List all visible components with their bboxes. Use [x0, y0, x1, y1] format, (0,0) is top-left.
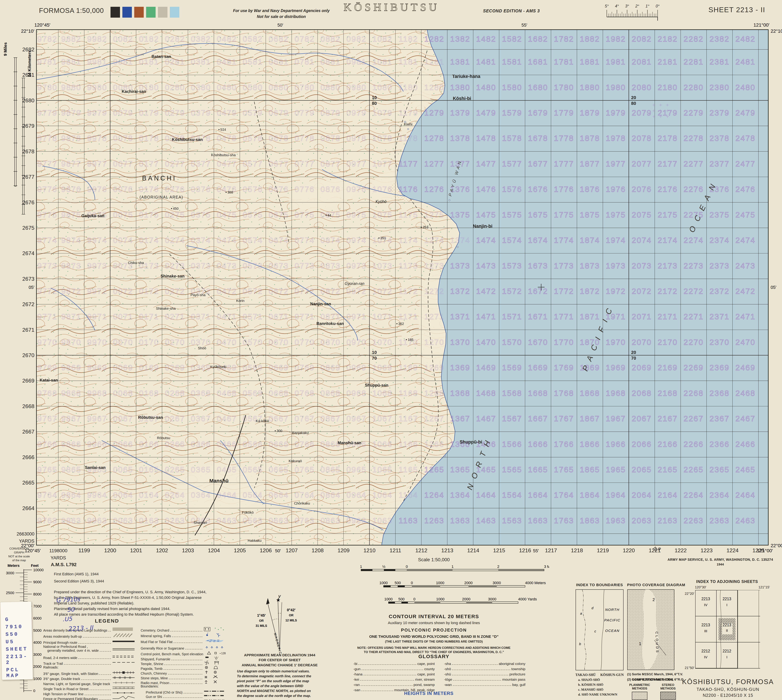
grid-cell-number: 1572 [502, 287, 522, 296]
place-name: Kōshi-bi [453, 96, 471, 101]
grid-cell-number: 2270 [683, 338, 703, 347]
grid-cell-number: 0470 [217, 338, 237, 347]
grid-cell-number: 1878 [580, 134, 600, 143]
grid-cell-number: 2274 [683, 236, 703, 245]
grid-cell-number: 1078 [373, 134, 393, 143]
glossary-row: -keiriver, stream [353, 677, 435, 682]
grid-cell-number: 1769 [554, 363, 574, 372]
scale-tick: 500 [398, 597, 404, 601]
grid-cell-number: 0882 [321, 35, 341, 43]
easting-label: 1215 [493, 547, 505, 553]
grid-cell-number: 1777 [554, 159, 574, 168]
grid-cell-number: 2472 [735, 287, 755, 296]
feet-tick: 1000 [33, 677, 42, 681]
adjoining-title: INDEX TO ADJOINING SHEETS [685, 579, 769, 584]
glossary-definition: township [511, 667, 525, 671]
grid-cell-number: 2064 [632, 491, 652, 499]
grid-cell-number: 9866 [61, 440, 81, 448]
place-name: Kōshibutsu-sha [211, 153, 236, 157]
easting-label: 1222 [675, 547, 687, 553]
easting-label: 1198000 [49, 548, 67, 553]
place-name: Tariuke-hana [452, 74, 481, 79]
legend-label: Generally Rice or Sugarcane [141, 647, 184, 650]
grid-cell-number: 0768 [294, 389, 314, 398]
grid-cell-number: 0569 [243, 363, 263, 372]
grid-cell-number: 1666 [528, 440, 548, 448]
grid-cell-number: 9863 [61, 516, 81, 525]
grid-cell-number: 0664 [269, 491, 289, 499]
declination-value: 12 MILS [286, 619, 297, 622]
easting-label: 1211 [389, 547, 401, 553]
legend-symbol-cemetery [203, 627, 226, 632]
grid-cell-number: 1563 [502, 516, 522, 525]
grid-cell-number: 0163 [139, 516, 159, 525]
grid-cell-number: 0463 [217, 516, 237, 525]
grid-cell-number: 1064 [373, 491, 393, 499]
scale-tick: 0 [413, 597, 415, 601]
grid-cell-number: 1974 [606, 236, 626, 245]
grid-cell-number: 2074 [632, 236, 652, 245]
grid-cell-number: 0577 [243, 159, 263, 168]
grid-cell-number: 0874 [321, 236, 341, 245]
grid-value-easting: 10 [372, 350, 377, 355]
grid-cell-number: 2081 [632, 57, 652, 66]
adjoining-sheet-number: 2213 [722, 597, 731, 601]
place-name: Fūkōkō [242, 510, 254, 514]
grid-cell-number: 2474 [735, 236, 755, 245]
grid-cell-number: 0069 [113, 363, 133, 372]
grid-cell-number: 0671 [269, 312, 289, 321]
miles-bar-label: 9 Miles [3, 42, 8, 56]
grid-cell-number: 0872 [321, 287, 341, 296]
grid-cell-number: 1570 [502, 338, 522, 347]
place-name: Santai-san [85, 465, 105, 470]
glossary-definition: county [424, 667, 435, 671]
glossary-row: -shūprefecture [444, 672, 525, 676]
adjoining-sheet-number: 2213 [701, 597, 710, 601]
grid-cell-number: 2181 [658, 57, 678, 66]
legend-symbol-track [112, 660, 135, 666]
easting-label: 1210 [363, 547, 375, 553]
grid-cell-number: 2277 [683, 159, 703, 168]
grid-cell-number: 0464 [217, 491, 237, 499]
grid-cell-number: 0767 [294, 414, 314, 423]
easting-label: 1219 [597, 547, 609, 553]
grid-cell-number: 0269 [165, 363, 185, 372]
grid-cell-number: 0478 [217, 134, 237, 143]
grid-cell-number: 2282 [683, 35, 703, 43]
grid-cell-number: 1264 [424, 491, 444, 499]
grid-cell-number: 9774 [37, 236, 57, 245]
easting-label: 1214 [467, 547, 479, 553]
grid-cell-number: 1782 [554, 35, 574, 43]
grid-cell-number: 2370 [710, 338, 729, 347]
grid-cell-number: 2471 [735, 312, 755, 321]
corner-latitude: 22°10' [21, 28, 34, 34]
grid-cell-number: 9776 [37, 185, 57, 193]
grid-cell-number: 1871 [580, 312, 600, 321]
grid-cell-number: 1369 [450, 363, 470, 372]
scale-tick: 3 Miles [544, 565, 549, 569]
islet [408, 128, 409, 130]
index-to-adjoining-sheets: INDEX TO ADJOINING SHEETS120°30'121°15'2… [685, 579, 776, 673]
place-name: Kiwhi [404, 122, 412, 126]
grid-cell-number: 0064 [113, 491, 133, 499]
adjoining-sheet-roman: IV [704, 655, 707, 659]
grid-cell-number: 2377 [710, 159, 729, 168]
grid-cell-number: 0467 [217, 414, 237, 423]
legend-label: Areas moderately built-up [43, 635, 82, 638]
legend-symbol-rr2 [112, 675, 135, 681]
index-area-letter: b [579, 642, 581, 646]
grid-cell-number: 2465 [735, 465, 755, 474]
adjoining-sheet-roman: I [727, 655, 727, 659]
grid-cell-number: 1867 [580, 414, 600, 423]
grid-cell-number: 0674 [269, 236, 289, 245]
grid-cell-number: 1371 [450, 312, 470, 321]
legend-label: Railroads: [43, 665, 58, 669]
grid-cell-number: 0477 [217, 159, 237, 168]
photo-zone-label: 2 [653, 597, 655, 602]
grid-cell-number: 1077 [373, 159, 393, 168]
projection-line: CONTOUR INTERVAL 20 METERS [336, 613, 532, 619]
grid-cell-number: 1270 [424, 338, 444, 347]
declination-value: 0°42' [287, 608, 296, 612]
grid-cell-number: 0481 [217, 57, 237, 66]
grid-cell-number: 0673 [269, 262, 289, 270]
